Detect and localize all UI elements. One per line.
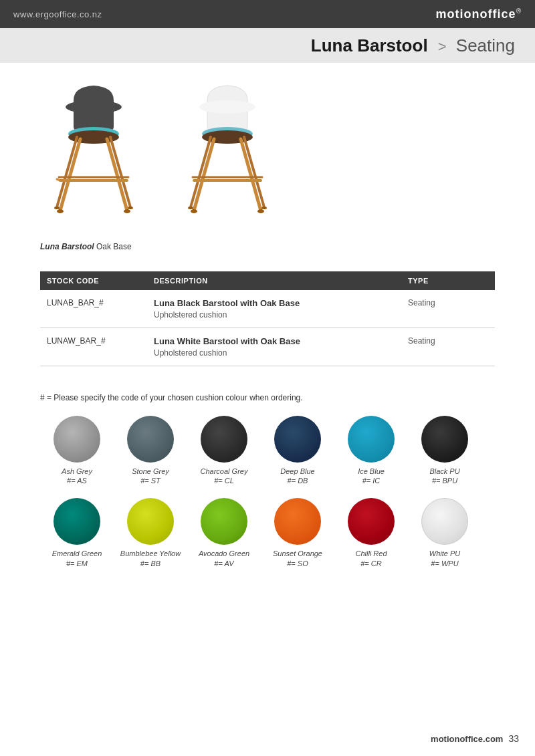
- desc-1: Luna Black Barstool with Oak Base Uphols…: [154, 298, 408, 320]
- title-bar: Luna Barstool > Seating: [0, 28, 535, 63]
- colour-item: Deep Blue #= DB: [261, 416, 334, 485]
- colour-item: Emerald Green #= EM: [40, 498, 114, 567]
- brand-post: office: [480, 7, 516, 21]
- colour-code: #= WPU: [431, 559, 458, 568]
- th-stock: STOCK CODE: [47, 277, 154, 285]
- svg-line-4: [107, 139, 127, 211]
- footer-page: 33: [508, 733, 519, 744]
- svg-line-19: [191, 137, 211, 207]
- svg-point-24: [257, 209, 264, 213]
- colour-item: Avocado Green #= AV: [187, 498, 261, 567]
- colour-item: Ice Blue #= IC: [334, 416, 408, 485]
- svg-point-23: [191, 209, 197, 213]
- svg-point-10: [57, 209, 64, 213]
- colour-code: #= BB: [140, 559, 160, 568]
- svg-line-20: [244, 137, 264, 207]
- colour-name: Emerald Green: [52, 549, 102, 559]
- colour-item: Charcoal Grey #= CL: [187, 416, 261, 485]
- svg-point-14: [199, 100, 255, 114]
- colour-item: Stone Grey #= ST: [114, 416, 187, 485]
- title-category: Seating: [456, 35, 515, 55]
- colour-note: # = Please specify the code of your chos…: [40, 393, 495, 402]
- colour-code: #= EM: [66, 559, 88, 568]
- colour-code: #= BPU: [432, 477, 457, 485]
- desc-sub-1: Upholstered cushion: [154, 310, 408, 320]
- th-type: TYPE: [408, 277, 488, 285]
- colour-swatch: [54, 416, 100, 463]
- white-barstool-image: [174, 80, 281, 237]
- table-row: LUNAW_BAR_# Luna White Barstool with Oak…: [40, 328, 495, 366]
- colour-name: Avocado Green: [199, 549, 249, 559]
- svg-point-13: [128, 207, 133, 209]
- colour-section: # = Please specify the code of your chos…: [40, 393, 495, 581]
- caption-bold: Luna Barstool: [40, 242, 94, 251]
- caption-normal: Oak Base: [94, 242, 132, 251]
- desc-title-1: Luna Black Barstool with Oak Base: [154, 298, 408, 308]
- svg-line-17: [194, 139, 214, 211]
- svg-point-26: [261, 207, 267, 209]
- colour-name: White PU: [429, 549, 460, 559]
- colour-name: Stone Grey: [132, 467, 169, 477]
- svg-line-5: [57, 137, 77, 207]
- colour-swatch: [348, 498, 395, 545]
- svg-point-11: [124, 209, 130, 213]
- footer-brand: motionoffice.com: [431, 734, 503, 744]
- colour-swatch: [54, 498, 100, 545]
- colour-code: #= AS: [67, 477, 87, 485]
- page-title: Luna Barstool > Seating: [311, 35, 515, 56]
- table-row: LUNAB_BAR_# Luna Black Barstool with Oak…: [40, 290, 495, 328]
- svg-line-6: [110, 137, 130, 207]
- colour-name: Black PU: [429, 467, 459, 477]
- colour-item: White PU #= WPU: [408, 498, 481, 567]
- brand-pre: motion: [436, 7, 480, 21]
- footer-brand-post: office.com: [459, 734, 503, 744]
- colour-item: Bumblebee Yellow #= BB: [114, 498, 187, 567]
- desc-2: Luna White Barstool with Oak Base Uphols…: [154, 336, 408, 358]
- colour-code: #= DB: [288, 477, 308, 485]
- desc-sub-2: Upholstered cushion: [154, 348, 408, 358]
- colour-swatch: [201, 416, 247, 463]
- colour-code: #= CL: [214, 477, 234, 485]
- stock-code-1: LUNAB_BAR_#: [47, 298, 154, 307]
- svg-line-3: [60, 139, 80, 211]
- colour-code: #= ST: [140, 477, 160, 485]
- colour-swatch: [421, 416, 468, 463]
- colour-swatch: [274, 498, 321, 545]
- colour-swatch: [127, 498, 174, 545]
- colour-swatch: [274, 416, 321, 463]
- colour-code: #= AV: [214, 559, 233, 568]
- colour-item: Ash Grey #= AS: [40, 416, 114, 485]
- product-images: [40, 76, 495, 237]
- svg-line-18: [241, 139, 261, 211]
- footer-brand-pre: motion: [431, 734, 459, 744]
- colour-name: Ash Grey: [62, 467, 92, 477]
- website-url: www.ergooffice.co.nz: [13, 9, 102, 19]
- svg-point-12: [54, 207, 60, 209]
- colour-swatch: [421, 498, 468, 545]
- svg-point-25: [188, 207, 193, 209]
- svg-line-9: [57, 179, 60, 180]
- type-2: Seating: [408, 336, 488, 346]
- colour-name: Deep Blue: [280, 467, 314, 477]
- title-product: Luna Barstool: [311, 35, 428, 55]
- stock-code-2: LUNAW_BAR_#: [47, 336, 154, 346]
- header-bar: www.ergooffice.co.nz motionoffice®: [0, 0, 535, 28]
- black-barstool-image: [40, 80, 147, 237]
- colour-item: Black PU #= BPU: [408, 416, 481, 485]
- colour-name: Sunset Orange: [273, 549, 322, 559]
- brand-symbol: ®: [516, 7, 522, 15]
- colour-item: Chilli Red #= CR: [334, 498, 408, 567]
- colour-item: Sunset Orange #= SO: [261, 498, 334, 567]
- colour-grid: Ash Grey #= AS Stone Grey #= ST Charcoal…: [40, 416, 495, 581]
- table-header: STOCK CODE DESCRIPTION TYPE: [40, 271, 495, 290]
- colour-name: Charcoal Grey: [201, 467, 248, 477]
- colour-code: #= CR: [360, 559, 382, 568]
- product-caption: Luna Barstool Oak Base: [40, 242, 495, 251]
- footer: motionoffice.com 33: [431, 733, 519, 744]
- colour-name: Chilli Red: [355, 549, 387, 559]
- colour-code: #= SO: [287, 559, 308, 568]
- product-table: STOCK CODE DESCRIPTION TYPE LUNAB_BAR_# …: [40, 271, 495, 366]
- title-separator: >: [438, 38, 451, 55]
- brand-logo: motionoffice®: [436, 7, 522, 21]
- colour-swatch: [201, 498, 247, 545]
